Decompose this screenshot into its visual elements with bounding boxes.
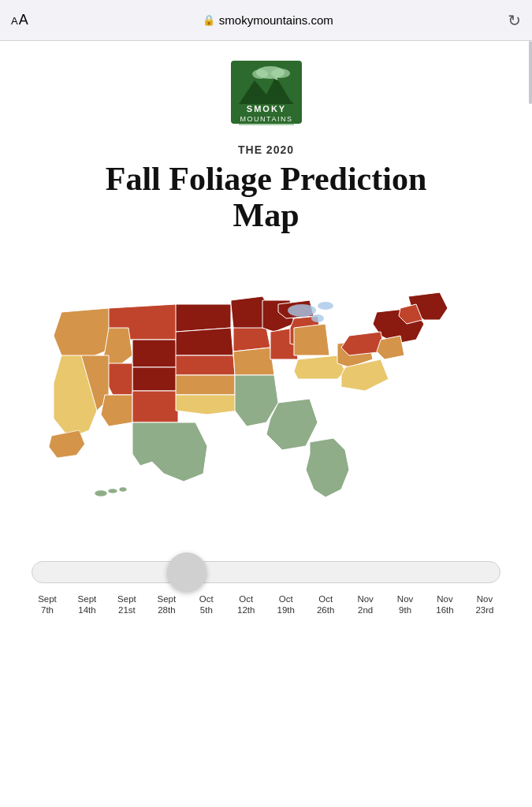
slider-section[interactable]: Sept7thSept14thSept21stSept28thOct5thOct…	[0, 533, 532, 624]
date-label-7[interactable]: Oct26th	[310, 594, 341, 616]
date-label-9[interactable]: Nov9th	[389, 594, 421, 616]
svg-marker-24	[176, 395, 239, 415]
big-a[interactable]: A	[19, 12, 28, 28]
svg-text:SMOKY: SMOKY	[246, 104, 285, 113]
date-label-11[interactable]: Nov23rd	[469, 594, 500, 616]
svg-marker-17	[101, 395, 132, 426]
scrollbar[interactable]	[529, 41, 532, 104]
svg-marker-18	[132, 391, 178, 422]
svg-marker-19	[132, 422, 207, 482]
svg-marker-22	[176, 355, 235, 375]
logo-area: SMOKY MOUNTAINS	[0, 41, 532, 136]
slider-track[interactable]	[32, 561, 500, 583]
date-label-2[interactable]: Sept21st	[111, 594, 143, 616]
reload-button[interactable]: ↺	[508, 11, 521, 30]
svg-marker-23	[176, 375, 235, 395]
title-section: THE 2020 Fall Foliage Prediction Map	[0, 136, 532, 249]
svg-marker-21	[176, 328, 233, 355]
date-label-6[interactable]: Oct19th	[270, 594, 302, 616]
map-container	[0, 249, 532, 533]
svg-point-46	[311, 314, 324, 322]
svg-point-49	[108, 489, 117, 493]
svg-marker-38	[306, 438, 349, 497]
date-label-4[interactable]: Oct5th	[191, 594, 222, 616]
svg-marker-47	[49, 430, 85, 458]
svg-marker-32	[294, 324, 329, 355]
slider-track-container[interactable]	[32, 556, 500, 588]
svg-marker-41	[377, 336, 404, 359]
svg-marker-12	[132, 340, 178, 367]
svg-text:MOUNTAINS: MOUNTAINS	[240, 115, 292, 123]
address-bar[interactable]: 🔒 smokymountains.com	[28, 13, 508, 27]
small-a[interactable]: A	[11, 15, 18, 27]
url-text: smokymountains.com	[219, 13, 333, 27]
main-title: Fall Foliage Prediction Map	[16, 161, 516, 233]
svg-marker-9	[54, 308, 113, 359]
lock-icon: 🔒	[203, 14, 215, 26]
svg-point-45	[318, 302, 333, 310]
svg-point-4	[252, 69, 268, 79]
date-label-8[interactable]: Nov2nd	[350, 594, 381, 616]
subtitle: THE 2020	[16, 143, 516, 156]
svg-marker-13	[132, 367, 178, 391]
svg-point-5	[271, 69, 290, 78]
date-label-10[interactable]: Nov16th	[430, 594, 461, 616]
date-labels: Sept7thSept14thSept21stSept28thOct5thOct…	[32, 588, 500, 616]
date-label-0[interactable]: Sept7th	[32, 594, 63, 616]
foliage-map[interactable]	[38, 265, 495, 525]
page-content: SMOKY MOUNTAINS THE 2020 Fall Foliage Pr…	[0, 41, 532, 807]
date-label-3[interactable]: Sept28th	[151, 594, 182, 616]
svg-point-44	[288, 304, 316, 317]
browser-chrome: A A 🔒 smokymountains.com ↺	[0, 0, 532, 41]
slider-thumb[interactable]	[167, 552, 206, 592]
svg-point-50	[119, 487, 127, 492]
date-label-1[interactable]: Sept14th	[71, 594, 102, 616]
date-label-5[interactable]: Oct12th	[230, 594, 262, 616]
svg-point-48	[95, 490, 107, 496]
svg-marker-27	[233, 348, 274, 375]
svg-marker-20	[176, 304, 231, 332]
site-logo[interactable]: SMOKY MOUNTAINS	[227, 57, 306, 128]
font-size-control[interactable]: A A	[11, 12, 28, 28]
